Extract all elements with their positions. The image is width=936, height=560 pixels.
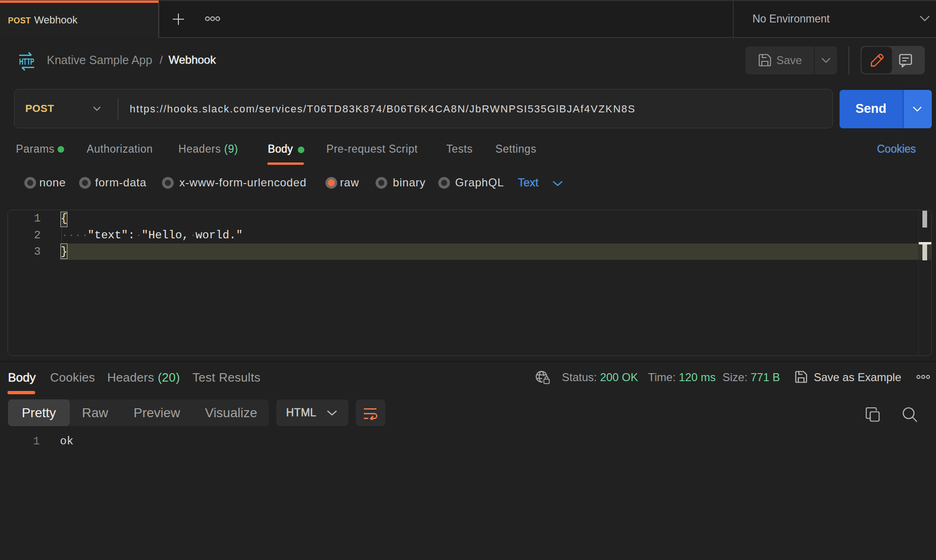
svg-text:HTTP: HTTP: [19, 57, 34, 66]
